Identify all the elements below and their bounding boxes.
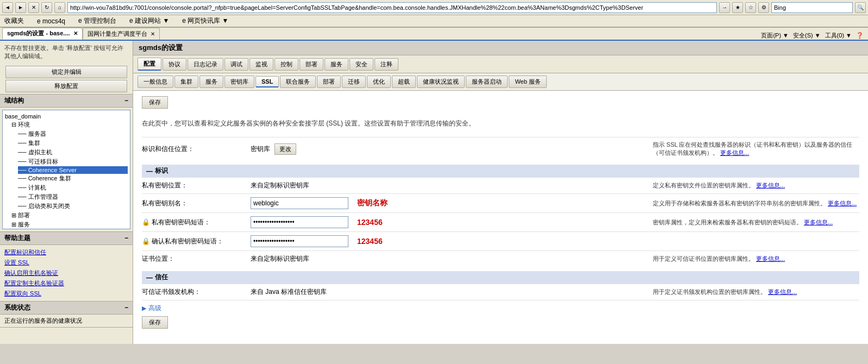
tree-item-work-managers[interactable]: ── 工作管理器: [18, 192, 128, 202]
tab-sgmds-close[interactable]: ✕: [73, 30, 78, 36]
help-link-hostname[interactable]: 确认启用主机名验证: [4, 268, 128, 278]
private-key-passphrase-input[interactable]: [251, 216, 348, 228]
help-collapse-icon[interactable]: −: [124, 234, 128, 242]
back-btn[interactable]: ◄: [2, 2, 13, 13]
domain-collapse-icon[interactable]: −: [124, 97, 128, 104]
private-key-alias-desc: 定义用于存储和检索服务器私有密钥的字符串别名的密钥库属性。 更多信息...: [642, 199, 859, 208]
help-menu[interactable]: ❓: [856, 32, 864, 39]
subtab-cluster[interactable]: 集群: [174, 76, 198, 88]
subtab-services[interactable]: 服务: [199, 76, 223, 88]
lock-edit-button[interactable]: 锁定并编辑: [5, 66, 127, 78]
tree-item-environment[interactable]: ⊟ 环境: [11, 120, 128, 129]
subtab-optimize[interactable]: 优化: [367, 76, 391, 88]
confirm-passphrase-row: 🔒 确认私有密钥密码短语： 123456: [142, 231, 859, 250]
subtab-web-services[interactable]: Web 服务: [509, 76, 546, 88]
tab-sgmds[interactable]: sgmds的设置 - base.... ✕: [2, 28, 83, 40]
tools-btn2[interactable]: ⚙: [758, 2, 769, 13]
private-key-alias-input[interactable]: [251, 197, 348, 209]
subtab-ssl[interactable]: SSL: [255, 76, 279, 87]
address-bar[interactable]: [67, 2, 717, 13]
private-key-passphrase-row: 🔒 私有密钥密码短语： 123456 密钥库属性，定义用来检索服务器私有密钥的密…: [142, 212, 859, 231]
private-key-location-more-link[interactable]: 更多信息...: [756, 182, 785, 189]
favorites-menu[interactable]: 收藏夹: [2, 16, 26, 26]
tree-item-root[interactable]: base_domain: [5, 112, 128, 120]
private-key-passphrase-more-link[interactable]: 更多信息...: [804, 219, 833, 225]
domain-tree[interactable]: base_domain ⊟ 环境 ── 服务器 ── 集群 ── 虚拟主机 ──…: [2, 110, 130, 229]
subtab-deploy[interactable]: 部署: [317, 76, 341, 88]
help-link-identity[interactable]: 配置标识和信任: [4, 247, 128, 258]
status-section: 系统状态 − 正在运行的服务器的健康状况: [0, 302, 133, 328]
tree-item-services[interactable]: ⊞ 服务: [11, 220, 128, 229]
add-to-favorites-btn[interactable]: ★: [732, 2, 743, 13]
go-btn[interactable]: →: [719, 2, 730, 13]
help-link-two-way-ssl[interactable]: 配置双向 SSL: [4, 288, 128, 299]
subtab-general[interactable]: 一般信息: [138, 76, 173, 88]
ca-row: 可信证书颁发机构： 来自 Java 标准信任密钥库 用于定义证书颁发机构位置的密…: [142, 284, 859, 300]
tree-item-migratable[interactable]: ── 可迁移目标: [18, 157, 128, 166]
confirm-passphrase-value: 123456: [251, 235, 642, 247]
refresh-btn[interactable]: ↻: [41, 2, 52, 13]
tab-protocol[interactable]: 协议: [163, 58, 186, 71]
tab-logging[interactable]: 日志记录: [188, 58, 223, 71]
admin-menu[interactable]: e 管理控制台: [76, 16, 118, 26]
tree-item-clusters[interactable]: ── 集群: [18, 139, 128, 148]
tools-menu[interactable]: 工具(0) ▼: [825, 32, 852, 40]
ca-more-link[interactable]: 更多信息...: [768, 288, 797, 295]
news-menu[interactable]: e 网页快讯库 ▼: [180, 16, 230, 26]
save-button-bottom[interactable]: 保存: [142, 316, 168, 329]
page-menu[interactable]: 页面(P) ▼: [761, 32, 789, 40]
search-input[interactable]: [771, 2, 853, 13]
subtab-keystore[interactable]: 密钥库: [224, 76, 254, 88]
private-key-location-value: 来自定制标识密钥库: [251, 181, 642, 190]
tab-services[interactable]: 服务: [324, 58, 348, 71]
stop-btn[interactable]: ✕: [28, 2, 39, 13]
subtab-migrate[interactable]: 迁移: [342, 76, 366, 88]
help-title: 帮助主题 −: [0, 232, 133, 245]
tree-item-virtual-hosts[interactable]: ── 虚拟主机: [18, 148, 128, 157]
tree-item-startup[interactable]: ── 启动类和关闭类: [18, 202, 128, 211]
mocs4q-menu[interactable]: e mocs4q: [35, 17, 67, 25]
cert-location-more-link[interactable]: 更多信息...: [756, 255, 785, 262]
tab-deploy[interactable]: 部署: [299, 58, 323, 71]
private-key-alias-more-link[interactable]: 更多信息...: [828, 200, 857, 206]
tab-monitor[interactable]: 监视: [249, 58, 273, 71]
subtab-overload[interactable]: 超载: [392, 76, 416, 88]
tree-item-coherence-server[interactable]: ── Coherence Server: [18, 166, 128, 174]
save-button-top[interactable]: 保存: [142, 96, 168, 109]
subtab-federated[interactable]: 联合服务: [280, 76, 316, 88]
security-menu[interactable]: 安全(S) ▼: [793, 32, 821, 40]
home-btn[interactable]: ⌂: [54, 2, 65, 13]
identity-trust-desc: 指示 SSL 应在何处查找服务器的标识（证书和私有密钥）以及服务器的信任（可信证…: [642, 141, 859, 157]
status-collapse-icon[interactable]: −: [124, 304, 128, 311]
forward-btn[interactable]: ►: [15, 2, 26, 13]
tree-item-servers[interactable]: ── 服务器: [18, 129, 128, 139]
tree-item-coherence-cluster[interactable]: ── Coherence 集群: [18, 174, 128, 183]
favorites-btn[interactable]: ☆: [745, 2, 756, 13]
search-go-btn[interactable]: 🔍: [855, 2, 866, 13]
tab-production[interactable]: 国网计量生产调度平台 ✕: [83, 28, 160, 40]
subtab-server-start[interactable]: 服务器启动: [466, 76, 508, 88]
tab-security[interactable]: 安全: [349, 58, 373, 71]
tree-item-deploy[interactable]: ⊞ 部署: [11, 211, 128, 220]
build-site-menu[interactable]: e 建设网站 ▼: [127, 16, 171, 26]
cert-location-desc: 用于定义可信证书位置的密钥库属性。 更多信息...: [642, 255, 859, 263]
subtab-health[interactable]: 健康状况监视: [417, 76, 465, 88]
tab-production-close[interactable]: ✕: [151, 31, 155, 37]
confirm-passphrase-input[interactable]: [251, 235, 348, 247]
tab-config[interactable]: 配置: [138, 58, 161, 71]
advanced-row[interactable]: ▶ 高级: [142, 300, 859, 316]
cert-location-label: 证书位置：: [142, 254, 251, 263]
menu-bar: 收藏夹 e mocs4q e 管理控制台 e 建设网站 ▼ e 网页快讯库 ▼: [0, 15, 868, 27]
tab-debug[interactable]: 调试: [224, 58, 248, 71]
identity-trust-more-link[interactable]: 更多信息...: [720, 149, 749, 156]
release-config-button[interactable]: 释放配置: [5, 80, 127, 92]
change-button[interactable]: 更改: [274, 143, 296, 155]
tab-control[interactable]: 控制: [274, 58, 298, 71]
tab-notes[interactable]: 注释: [374, 58, 398, 71]
lock-icon: 🔒: [142, 218, 150, 226]
tree-item-computers[interactable]: ── 计算机: [18, 183, 128, 192]
help-link-ssl[interactable]: 设置 SSL: [4, 258, 128, 268]
private-key-location-desc: 定义私有密钥文件位置的密钥库属性。 更多信息...: [642, 181, 859, 190]
help-link-custom-hostname[interactable]: 配置定制主机名验证器: [4, 278, 128, 288]
content-area: sgmds的设置 配置 协议 日志记录 调试 监视 控制 部署 服务 安全 注释…: [133, 41, 868, 344]
